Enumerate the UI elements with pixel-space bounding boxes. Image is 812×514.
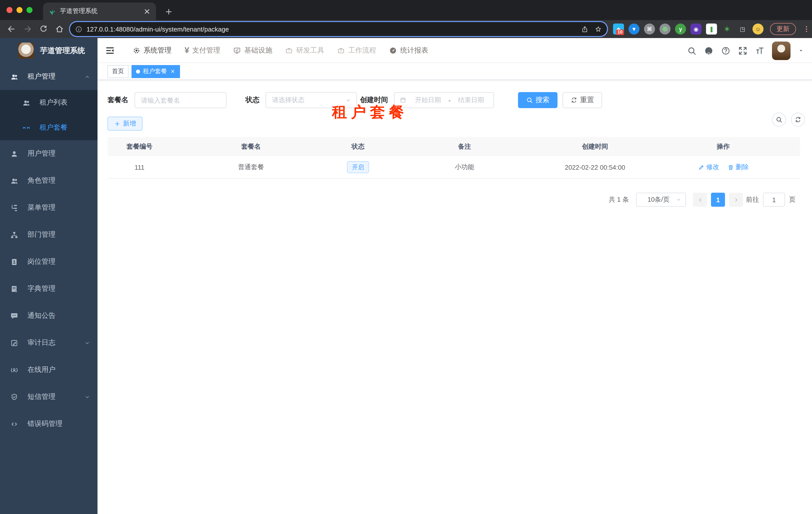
extension-command-icon[interactable]: ⌘	[644, 24, 655, 34]
zoom-window-button[interactable]	[27, 7, 32, 13]
page-size-select[interactable]: 10条/页	[636, 193, 686, 207]
avatar[interactable]	[772, 41, 790, 60]
table-row: 111 普通套餐 开启 小功能 2022-02-22 00:54:00 修改	[108, 156, 800, 179]
browser-update-button[interactable]: 更新	[770, 23, 796, 35]
tab-close-icon[interactable]	[143, 7, 151, 15]
start-date-placeholder[interactable]: 开始日期	[410, 96, 445, 105]
extension-dot-icon[interactable]	[660, 24, 670, 34]
top-menu-report[interactable]: 统计报表	[383, 38, 435, 62]
back-icon[interactable]	[7, 25, 16, 33]
sidebar-logo[interactable]: 芋道管理系统	[0, 38, 97, 63]
forward-icon[interactable]	[23, 25, 32, 33]
sidebar-item-tenant-list[interactable]: 租户列表	[0, 90, 97, 115]
search-icon[interactable]	[687, 46, 696, 55]
add-button[interactable]: 新增	[108, 117, 143, 131]
fullscreen-icon[interactable]	[738, 46, 748, 55]
page-unit-label: 页	[789, 195, 795, 204]
extension-chat-icon[interactable]: ❚	[706, 24, 717, 34]
shield-check-icon	[10, 393, 19, 401]
browser-menu-kebab-icon[interactable]	[803, 25, 811, 33]
yen-icon: ¥	[184, 46, 189, 55]
github-icon[interactable]	[704, 46, 714, 55]
cell-package-id: 111	[108, 163, 172, 171]
next-page-button[interactable]	[729, 193, 743, 207]
extension-shield-icon[interactable]: ◉	[691, 24, 701, 34]
column-header: 套餐名	[172, 142, 330, 151]
cell-status: 开启	[330, 161, 385, 173]
browser-tab[interactable]: 芋道管理系统	[43, 2, 156, 20]
bookmark-star-icon[interactable]	[594, 25, 602, 33]
search-button[interactable]: 搜索	[518, 92, 557, 108]
help-icon[interactable]	[721, 46, 730, 55]
sidebar-item-error-code[interactable]: 错误码管理	[0, 410, 97, 437]
edit-link[interactable]: 修改	[698, 163, 719, 172]
sidebar-item-user-management[interactable]: 用户管理	[0, 140, 97, 167]
toolbox-icon	[285, 46, 293, 54]
minimize-window-button[interactable]	[17, 7, 23, 13]
sidebar-item-menu-management[interactable]: 菜单管理	[0, 194, 97, 221]
org-chart-icon	[10, 231, 19, 239]
caret-down-icon[interactable]	[798, 48, 804, 54]
status-badge[interactable]: 开启	[347, 161, 369, 173]
reload-icon[interactable]	[39, 25, 48, 33]
sidebar-item-tenant-package[interactable]: 租户套餐	[0, 115, 97, 140]
tag-home[interactable]: 首页	[108, 65, 128, 78]
toggle-search-button[interactable]	[772, 113, 786, 127]
url-bar[interactable]: 127.0.0.1:48080/admin-ui/system/tenant/p…	[70, 22, 607, 36]
cell-remark: 小功能	[385, 163, 544, 172]
extension-diamond-icon[interactable]: ◆ 10	[613, 24, 624, 34]
top-menu-infra[interactable]: 基础设施	[227, 38, 279, 62]
sidebar-item-online-user[interactable]: 在线用户	[0, 356, 97, 383]
chevron-down-icon	[675, 197, 682, 203]
top-menu-system[interactable]: 系统管理	[126, 38, 178, 62]
delete-link[interactable]: 删除	[727, 163, 749, 172]
new-tab-button[interactable]	[162, 5, 175, 18]
url-text[interactable]: 127.0.0.1:48080/admin-ui/system/tenant/p…	[87, 25, 575, 33]
package-name-input[interactable]	[135, 92, 227, 108]
info-icon[interactable]	[75, 25, 83, 33]
share-icon[interactable]	[581, 25, 588, 33]
home-icon[interactable]	[55, 25, 64, 33]
extension-gem-icon[interactable]: ▼	[629, 24, 639, 34]
page-content: 套餐名 状态 请选择状态 创建时间 开始日期 - 结束日期	[97, 80, 812, 207]
page-number-button[interactable]: 1	[711, 193, 725, 207]
close-window-button[interactable]	[6, 7, 12, 13]
top-menu: 系统管理 ¥ 支付管理 基础设施 研发工具	[126, 38, 435, 62]
filter-form: 套餐名 状态 请选择状态 创建时间 开始日期 - 结束日期	[108, 92, 805, 108]
dashboard-icon	[389, 46, 397, 54]
tag-tenant-package[interactable]: 租户套餐	[132, 65, 180, 78]
end-date-placeholder[interactable]: 结束日期	[454, 96, 489, 105]
top-menu-workflow[interactable]: 工作流程	[331, 38, 383, 62]
sidebar-item-audit-log[interactable]: 审计日志	[0, 329, 97, 356]
sidebar-item-role-management[interactable]: 角色管理	[0, 167, 97, 194]
chevron-down-icon	[84, 340, 90, 346]
prev-page-button[interactable]	[693, 193, 707, 207]
reset-button[interactable]: 重置	[562, 92, 602, 108]
extension-star-icon[interactable]: ✶	[722, 24, 732, 34]
sidebar-item-notice[interactable]: 通知公告	[0, 302, 97, 329]
font-size-icon[interactable]	[755, 46, 764, 55]
sidebar-item-dict-management[interactable]: 字典管理	[0, 275, 97, 302]
chevron-left-icon	[697, 196, 703, 203]
sidebar-item-dept-management[interactable]: 部门管理	[0, 221, 97, 248]
refresh-table-button[interactable]	[791, 113, 805, 127]
sidebar: 芋道管理系统 租户管理 租户列表 租户套餐 用户管理	[0, 38, 97, 514]
top-menu-pay[interactable]: ¥ 支付管理	[178, 38, 227, 62]
sidebar-item-post-management[interactable]: 岗位管理	[0, 248, 97, 275]
extensions-puzzle-icon[interactable]: ◳	[737, 24, 748, 34]
create-time-range-picker[interactable]: 开始日期 - 结束日期	[394, 92, 494, 108]
goto-page-input[interactable]	[763, 193, 785, 207]
extension-v-icon[interactable]: y	[675, 24, 686, 34]
tag-close-icon[interactable]	[170, 69, 175, 74]
sidebar-item-tenant-management[interactable]: 租户管理	[0, 63, 97, 90]
sidebar-item-sms-management[interactable]: 短信管理	[0, 383, 97, 410]
logo-rabbit-image	[18, 43, 34, 59]
table-header: 套餐编号 套餐名 状态 备注 创建时间 操作	[108, 137, 800, 156]
screen: 芋道管理系统 127.0.0.1:48080/admin-ui/system/t…	[0, 0, 812, 514]
extension-emoji-icon[interactable]: ☺	[753, 24, 763, 34]
range-separator: -	[445, 96, 454, 104]
top-menu-dev-tool[interactable]: 研发工具	[279, 38, 331, 62]
browser-tab-strip: 芋道管理系统	[0, 0, 812, 20]
code-icon	[10, 420, 19, 428]
sidebar-collapse-icon[interactable]	[105, 45, 115, 55]
